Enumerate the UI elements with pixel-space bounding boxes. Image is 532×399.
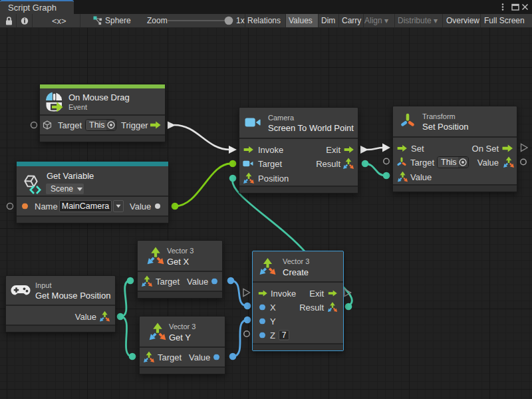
svg-text:<x>: <x> — [52, 17, 66, 25]
